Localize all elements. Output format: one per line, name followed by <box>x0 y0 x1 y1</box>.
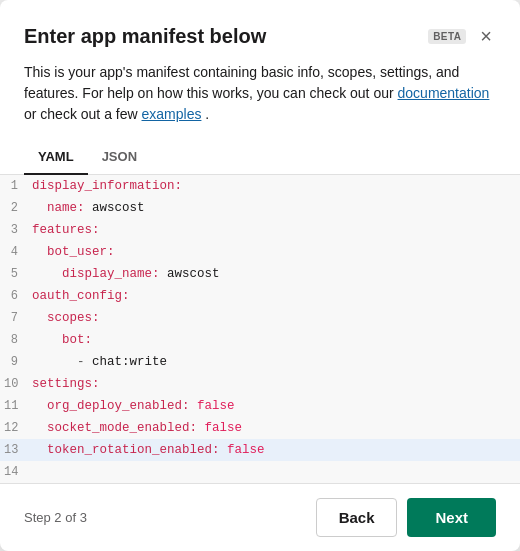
beta-badge: BETA <box>428 29 466 44</box>
line-content <box>28 461 32 483</box>
line-number: 8 <box>0 329 28 351</box>
line-content: bot_user: <box>28 241 115 263</box>
line-content: display_information: <box>28 175 182 197</box>
line-number: 3 <box>0 219 28 241</box>
line-number: 2 <box>0 197 28 219</box>
line-number: 13 <box>0 439 28 461</box>
line-content: token_rotation_enabled: false <box>28 439 265 461</box>
line-number: 12 <box>0 417 28 439</box>
code-line: 14 <box>0 461 520 483</box>
modal-title: Enter app manifest below <box>24 25 418 48</box>
back-button[interactable]: Back <box>316 498 398 537</box>
line-number: 1 <box>0 175 28 197</box>
modal-footer: Step 2 of 3 Back Next <box>0 484 520 551</box>
line-content: name: awscost <box>28 197 145 219</box>
code-line: 2 name: awscost <box>0 197 520 219</box>
documentation-link[interactable]: documentation <box>398 85 490 101</box>
line-number: 4 <box>0 241 28 263</box>
description-text: This is your app's manifest containing b… <box>24 64 459 101</box>
line-content: socket_mode_enabled: false <box>28 417 242 439</box>
line-content: features: <box>28 219 100 241</box>
tabs-container: YAML JSON <box>0 141 520 175</box>
tab-yaml[interactable]: YAML <box>24 141 88 175</box>
line-content: oauth_config: <box>28 285 130 307</box>
modal-header: Enter app manifest below BETA × <box>0 0 520 48</box>
step-indicator: Step 2 of 3 <box>24 510 87 525</box>
code-line: 4 bot_user: <box>0 241 520 263</box>
tab-json[interactable]: JSON <box>88 141 151 175</box>
line-content: display_name: awscost <box>28 263 220 285</box>
code-line: 6oauth_config: <box>0 285 520 307</box>
code-line: 8 bot: <box>0 329 520 351</box>
code-editor[interactable]: 1display_information:2 name: awscost3fea… <box>0 175 520 484</box>
modal: Enter app manifest below BETA × This is … <box>0 0 520 551</box>
line-content: scopes: <box>28 307 100 329</box>
desc-mid-text: or check out a few <box>24 106 142 122</box>
footer-buttons: Back Next <box>316 498 496 537</box>
code-line: 9 - chat:write <box>0 351 520 373</box>
modal-description: This is your app's manifest containing b… <box>0 48 520 125</box>
line-content: org_deploy_enabled: false <box>28 395 235 417</box>
code-line: 1display_information: <box>0 175 520 197</box>
line-content: - chat:write <box>28 351 167 373</box>
line-number: 6 <box>0 285 28 307</box>
code-line: 10settings: <box>0 373 520 395</box>
close-button[interactable]: × <box>476 24 496 48</box>
line-number: 10 <box>0 373 28 395</box>
line-number: 11 <box>0 395 28 417</box>
code-line: 13 token_rotation_enabled: false <box>0 439 520 461</box>
code-line: 11 org_deploy_enabled: false <box>0 395 520 417</box>
code-line: 3features: <box>0 219 520 241</box>
line-number: 5 <box>0 263 28 285</box>
examples-link[interactable]: examples <box>142 106 202 122</box>
line-number: 7 <box>0 307 28 329</box>
code-line: 5 display_name: awscost <box>0 263 520 285</box>
code-line: 12 socket_mode_enabled: false <box>0 417 520 439</box>
line-number: 9 <box>0 351 28 373</box>
desc-end-text: . <box>205 106 209 122</box>
line-content: bot: <box>28 329 92 351</box>
line-number: 14 <box>0 461 28 483</box>
line-content: settings: <box>28 373 100 395</box>
next-button[interactable]: Next <box>407 498 496 537</box>
code-line: 7 scopes: <box>0 307 520 329</box>
